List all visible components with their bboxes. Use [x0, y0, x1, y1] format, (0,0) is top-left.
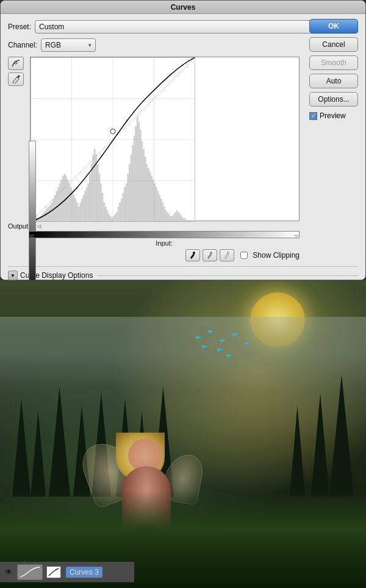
channel-label: Channel: [8, 41, 37, 49]
bird-2: 🐦 [207, 329, 214, 335]
layer-thumbnail [17, 564, 43, 580]
curve-tool-icon [11, 59, 21, 68]
channel-row: Channel: RGB Red Green Blue [8, 38, 358, 52]
preset-select[interactable]: Custom Default Color Negative [35, 20, 341, 34]
preset-select-wrapper: Custom Default Color Negative [35, 20, 341, 34]
white-eyedropper-icon [223, 251, 231, 260]
ok-button[interactable]: OK [309, 19, 358, 34]
curve-display-options-row: ▼ Curve Display Options [8, 266, 358, 280]
svg-point-3 [227, 252, 229, 254]
layer-mask-thumbnail [46, 566, 61, 578]
background-image-area: 🐦 🐦 🐦 🐦 🐦 🐦 🐦 🐦 www.luotaoshuma.com 罗涛数码… [0, 280, 366, 588]
output-gradient-bar: ◁ [29, 222, 300, 230]
title-bar: Curves [1, 1, 365, 14]
gray-eyedropper-icon [206, 251, 214, 260]
bird-7: 🐦 [244, 341, 250, 347]
mask-curve-icon [48, 567, 60, 577]
dialog-title: Curves [171, 3, 196, 12]
layer-visibility-toggle[interactable]: 👁 [2, 566, 15, 578]
bird-4: 🐦 [232, 332, 238, 338]
right-triangle-marker [293, 235, 300, 238]
curves-dialog: Curves Preset: Custom Default Color Nega… [0, 0, 366, 280]
right-button-group: OK Cancel Smooth Auto Options... ✓ Previ… [309, 19, 358, 120]
curves-graph[interactable] [30, 57, 300, 221]
output-label: Output: [8, 222, 24, 230]
options-divider [98, 275, 358, 276]
curves-main-area [8, 57, 300, 221]
bird-1: 🐦 [195, 335, 201, 341]
preset-row: Preset: Custom Default Color Negative ☰ [8, 20, 358, 34]
show-clipping-label: Show Clipping [253, 251, 300, 260]
pencil-tool-button[interactable] [8, 73, 24, 86]
curve-tool-button[interactable] [8, 57, 24, 70]
layer-curve-thumbnail [19, 566, 41, 578]
curve-display-toggle[interactable]: ▼ [8, 271, 18, 280]
channel-select[interactable]: RGB Red Green Blue [41, 38, 96, 52]
preview-row: ✓ Preview [309, 112, 358, 120]
gray-eyedropper-button[interactable] [203, 249, 217, 261]
input-gradient-bar [29, 231, 300, 238]
checkmark-icon: ✓ [311, 113, 316, 119]
svg-point-2 [210, 252, 212, 254]
bird-5: 🐦 [201, 344, 207, 350]
input-label: Input: [29, 239, 300, 247]
svg-point-1 [193, 252, 195, 254]
eyedropper-row: Show Clipping [30, 249, 300, 261]
curve-tool-buttons [8, 57, 25, 221]
options-button[interactable]: Options... [309, 92, 358, 107]
preview-checkbox[interactable]: ✓ [309, 112, 317, 120]
dialog-body: Preset: Custom Default Color Negative ☰ … [1, 14, 365, 286]
smooth-button[interactable]: Smooth [309, 55, 358, 70]
pencil-icon [12, 75, 20, 83]
preset-label: Preset: [8, 23, 31, 31]
cancel-button[interactable]: Cancel [309, 37, 358, 52]
left-triangle-marker [29, 235, 35, 238]
birds-area: 🐦 🐦 🐦 🐦 🐦 🐦 🐦 🐦 [183, 329, 274, 378]
bird-6: 🐦 [217, 347, 223, 353]
bird-3: 🐦 [220, 338, 226, 344]
preview-label: Preview [320, 112, 346, 120]
show-clipping-checkbox[interactable] [240, 252, 248, 259]
black-eyedropper-button[interactable] [185, 249, 200, 261]
white-eyedropper-button[interactable] [220, 249, 234, 261]
triangle-icon: ▼ [10, 273, 15, 278]
auto-button[interactable]: Auto [309, 74, 358, 88]
eye-icon: 👁 [5, 568, 12, 576]
io-area [8, 231, 300, 238]
black-eyedropper-icon [188, 251, 197, 260]
layer-panel: 👁 Curves 3 [0, 562, 134, 583]
layer-name[interactable]: Curves 3 [66, 567, 102, 578]
channel-select-wrapper: RGB Red Green Blue [41, 38, 96, 52]
fairy-scene: 🐦 🐦 🐦 🐦 🐦 🐦 🐦 🐦 www.luotaoshuma.com 罗涛数码… [0, 280, 366, 588]
bird-8: 🐦 [226, 353, 232, 359]
